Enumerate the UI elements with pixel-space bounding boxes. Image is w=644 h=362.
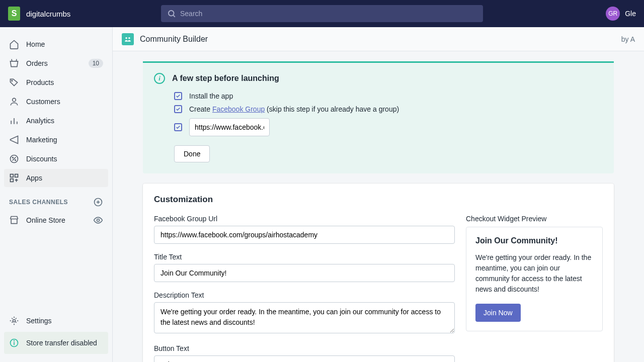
orders-icon: [9, 58, 19, 68]
channels-header-label: SALES CHANNELS: [9, 199, 68, 206]
home-icon: [9, 39, 19, 49]
checkbox-install[interactable]: [174, 92, 182, 100]
analytics-icon: [9, 116, 19, 126]
search-container: [161, 5, 483, 22]
app-header: Community Builder by A: [113, 27, 644, 51]
sidebar-item-label: Products: [26, 78, 103, 86]
sidebar-item-online-store[interactable]: Online Store: [4, 211, 108, 229]
card-title: Customization: [154, 195, 603, 205]
sidebar-item-label: Customers: [26, 98, 103, 106]
sidebar-item-label: Marketing: [26, 136, 103, 144]
launch-banner: i A few step before launching Install th…: [143, 61, 614, 173]
svg-point-2: [12, 80, 13, 81]
gear-icon: [9, 316, 19, 326]
sidebar-item-discounts[interactable]: Discounts: [4, 150, 108, 168]
user-name[interactable]: Gle: [625, 10, 636, 18]
main-content: Community Builder by A i A few step befo…: [113, 27, 644, 362]
search-input[interactable]: [161, 5, 483, 22]
sidebar-item-label: Apps: [26, 174, 103, 182]
store-transfer-label: Store transfer disabled: [26, 339, 97, 347]
facebook-url-input-small[interactable]: [189, 118, 270, 136]
app-title: Community Builder: [140, 35, 621, 44]
sidebar-item-home[interactable]: Home: [4, 35, 108, 53]
marketing-icon: [9, 135, 19, 145]
sidebar-item-label: Online Store: [26, 216, 86, 224]
sidebar-item-customers[interactable]: Customers: [4, 93, 108, 111]
add-channel-icon[interactable]: [93, 197, 103, 207]
done-button[interactable]: Done: [174, 145, 210, 162]
view-store-icon[interactable]: [93, 215, 103, 225]
svg-point-10: [15, 160, 16, 161]
topbar: digitalcrumbs GR Gle: [0, 0, 644, 27]
search-icon: [167, 9, 176, 20]
button-text-label: Button Text: [154, 344, 455, 352]
svg-point-9: [13, 157, 14, 158]
step-create-label: Create Facebook Group (skip this step if…: [189, 105, 399, 113]
store-name: digitalcrumbs: [26, 10, 70, 18]
customization-card: Customization Facebook Group Url Title T…: [143, 184, 614, 362]
customers-icon: [9, 97, 19, 107]
desc-text-input[interactable]: We're getting your order ready. In the m…: [154, 302, 455, 333]
apps-icon: [9, 173, 19, 183]
svg-point-19: [97, 219, 100, 222]
products-icon: [9, 77, 19, 87]
sales-channels-header: SALES CHANNELS: [4, 188, 108, 211]
sidebar-item-apps[interactable]: Apps: [4, 169, 108, 187]
sidebar: Home Orders 10 Products Customers Analyt…: [0, 27, 113, 362]
svg-rect-11: [11, 174, 14, 177]
checkbox-create-group[interactable]: [174, 105, 182, 113]
title-text-label: Title Text: [154, 253, 455, 261]
sidebar-item-marketing[interactable]: Marketing: [4, 131, 108, 149]
orders-badge: 10: [89, 59, 103, 68]
svg-point-3: [13, 98, 16, 102]
title-text-input[interactable]: [154, 264, 455, 282]
store-transfer-notice: Store transfer disabled: [4, 332, 108, 354]
svg-line-1: [173, 15, 175, 17]
svg-point-23: [14, 340, 15, 341]
discounts-icon: [9, 154, 19, 164]
checkbox-url[interactable]: [174, 123, 182, 131]
desc-text-label: Description Text: [154, 291, 455, 299]
preview-title: Join Our Community!: [475, 236, 593, 245]
sidebar-item-orders[interactable]: Orders 10: [4, 54, 108, 72]
info-icon: [9, 338, 19, 348]
sidebar-item-label: Settings: [26, 317, 103, 325]
svg-rect-13: [11, 179, 14, 182]
fb-url-input[interactable]: [154, 226, 455, 244]
shopify-logo-icon: [8, 7, 20, 21]
svg-point-0: [169, 11, 174, 16]
preview-box: Join Our Community! We're getting your o…: [466, 227, 603, 331]
button-text-input[interactable]: [154, 355, 455, 362]
fb-url-label: Facebook Group Url: [154, 215, 455, 223]
sidebar-item-settings[interactable]: Settings: [4, 312, 108, 330]
preview-desc: We're getting your order ready. In the m…: [475, 252, 593, 295]
avatar[interactable]: GR: [606, 7, 620, 21]
preview-join-button[interactable]: Join Now: [475, 304, 521, 322]
store-icon: [9, 215, 19, 225]
sidebar-item-label: Orders: [26, 59, 82, 67]
svg-rect-12: [15, 174, 18, 177]
sidebar-item-label: Discounts: [26, 155, 103, 163]
sidebar-item-products[interactable]: Products: [4, 73, 108, 92]
facebook-group-link[interactable]: Facebook Group: [212, 105, 265, 113]
preview-label: Checkout Widget Preview: [466, 215, 603, 223]
topbar-right: GR Gle: [606, 7, 636, 21]
svg-point-24: [125, 37, 127, 39]
svg-point-25: [128, 37, 130, 39]
app-by: by A: [621, 35, 635, 43]
sidebar-item-label: Home: [26, 40, 103, 48]
info-icon: i: [154, 73, 165, 84]
sidebar-item-analytics[interactable]: Analytics: [4, 112, 108, 130]
app-icon: [122, 33, 134, 45]
banner-title: A few step before launching: [172, 74, 279, 83]
sidebar-item-label: Analytics: [26, 117, 103, 125]
svg-point-20: [13, 320, 16, 322]
step-install-label: Install the app: [189, 92, 233, 100]
